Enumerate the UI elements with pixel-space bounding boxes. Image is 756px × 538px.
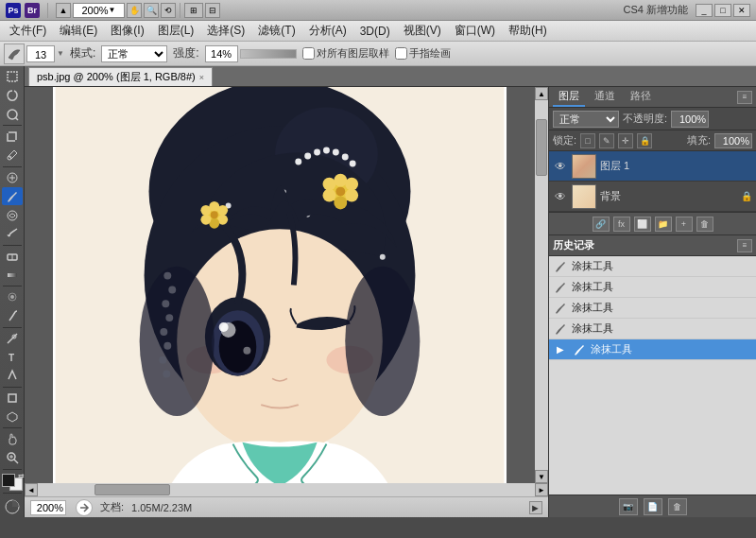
- quick-mask-tool[interactable]: [2, 497, 23, 515]
- ps-icon: Ps: [6, 3, 21, 18]
- cycle-btn[interactable]: ⊟: [205, 3, 220, 18]
- menu-view[interactable]: 视图(V): [398, 21, 447, 41]
- tab-close-btn[interactable]: ×: [199, 73, 204, 82]
- history-snapshot-btn[interactable]: 📷: [619, 498, 638, 515]
- crop-tool[interactable]: [2, 128, 23, 146]
- foreground-color[interactable]: [2, 474, 15, 487]
- mode-select[interactable]: 正常: [101, 45, 167, 62]
- close-btn[interactable]: ✕: [733, 4, 750, 17]
- canvas-tab[interactable]: psb.jpg @ 200% (图层 1, RGB/8#) ×: [28, 67, 213, 86]
- rotate-tool[interactable]: ⟲: [161, 3, 176, 18]
- hand-tool-left[interactable]: [2, 430, 23, 448]
- history-new-doc-btn[interactable]: 📄: [644, 498, 662, 515]
- opacity-input[interactable]: [671, 111, 709, 128]
- lock-transparent-btn[interactable]: □: [580, 133, 595, 148]
- shape-tool[interactable]: [2, 390, 23, 408]
- maximize-btn[interactable]: □: [714, 4, 731, 17]
- eyedropper-tool[interactable]: [2, 147, 23, 165]
- all-layers-checkbox[interactable]: [302, 47, 315, 60]
- add-mask-btn[interactable]: ⬜: [634, 217, 651, 232]
- scroll-h-track[interactable]: [38, 483, 535, 496]
- tab-layers[interactable]: 图层: [553, 87, 585, 107]
- tab-paths[interactable]: 路径: [625, 87, 657, 107]
- menu-help[interactable]: 帮助(H): [503, 21, 553, 41]
- zoom-tool-left[interactable]: [2, 449, 23, 467]
- menu-file[interactable]: 文件(F): [4, 21, 52, 41]
- divider-2: [3, 166, 22, 167]
- finger-paint-checkbox[interactable]: [395, 47, 407, 60]
- zoom-status: [30, 500, 68, 515]
- eraser-tool[interactable]: [2, 248, 23, 266]
- menu-analyze[interactable]: 分析(A): [303, 21, 352, 41]
- blur-tool[interactable]: [2, 288, 23, 306]
- history-item-1[interactable]: 涂抹工具: [549, 277, 756, 298]
- new-layer-btn[interactable]: +: [676, 217, 693, 232]
- brush-tool[interactable]: [2, 187, 23, 205]
- history-item-3[interactable]: 涂抹工具: [549, 319, 756, 339]
- menu-3d[interactable]: 3D(D): [354, 23, 396, 40]
- zoom-input[interactable]: [30, 500, 66, 515]
- history-item-4[interactable]: ▶ 涂抹工具: [549, 339, 756, 360]
- pen-tool[interactable]: [2, 329, 23, 347]
- vertical-scrollbar[interactable]: ▲ ▼: [535, 87, 548, 483]
- strength-slider[interactable]: [240, 49, 297, 59]
- menu-filter[interactable]: 滤镜(T): [252, 21, 301, 41]
- hand-tool[interactable]: ✋: [127, 3, 142, 18]
- zoom-tool[interactable]: 🔍: [144, 3, 159, 18]
- minimize-btn[interactable]: _: [696, 4, 713, 17]
- menu-select[interactable]: 选择(S): [201, 21, 250, 41]
- delete-layer-btn[interactable]: 🗑: [696, 217, 713, 232]
- link-layers-btn[interactable]: 🔗: [593, 217, 610, 232]
- clone-tool[interactable]: [2, 206, 23, 224]
- lock-move-btn[interactable]: ✛: [618, 133, 633, 148]
- status-icon[interactable]: [76, 499, 93, 516]
- canvas-viewport[interactable]: [25, 87, 535, 483]
- grid-view-btn[interactable]: ⊞: [184, 3, 203, 18]
- history-delete-btn[interactable]: 🗑: [668, 498, 687, 515]
- new-group-btn[interactable]: 📁: [655, 217, 672, 232]
- layer-eye-bg[interactable]: 👁: [553, 189, 568, 204]
- nav-tool-btn[interactable]: ▲: [56, 3, 71, 18]
- color-swatch: ⇄: [2, 474, 23, 492]
- lock-all-btn[interactable]: 🔒: [637, 133, 652, 148]
- status-arrow-btn[interactable]: ►: [529, 501, 542, 514]
- menu-window[interactable]: 窗口(W): [449, 21, 501, 41]
- fill-input[interactable]: [714, 133, 752, 148]
- menu-edit[interactable]: 编辑(E): [54, 21, 103, 41]
- blend-mode-select[interactable]: 正常: [553, 111, 619, 128]
- path-select-tool[interactable]: [2, 367, 23, 385]
- scroll-down-btn[interactable]: ▼: [535, 470, 548, 483]
- 3d-tool[interactable]: [2, 408, 23, 425]
- marquee-tool[interactable]: [2, 68, 23, 86]
- menu-image[interactable]: 图像(I): [105, 21, 149, 41]
- dodge-tool[interactable]: [2, 307, 23, 325]
- layers-options-btn[interactable]: ≡: [737, 91, 752, 104]
- brush-preset-btn[interactable]: [4, 43, 25, 64]
- history-item-0[interactable]: 涂抹工具: [549, 256, 756, 277]
- layer-item-bg[interactable]: 👁 背景 🔒: [549, 182, 756, 212]
- history-item-2[interactable]: 涂抹工具: [549, 298, 756, 319]
- lock-paint-btn[interactable]: ✎: [599, 133, 614, 148]
- history-brush-tool[interactable]: [2, 225, 23, 243]
- layer-eye-1[interactable]: 👁: [553, 159, 568, 174]
- menu-layer[interactable]: 图层(L): [152, 21, 200, 41]
- zoom-dropdown[interactable]: 200% ▼: [73, 3, 125, 18]
- heal-tool[interactable]: [2, 169, 23, 187]
- lasso-tool[interactable]: [2, 87, 23, 105]
- title-bar-right: CS4 新增功能 _ □ ✕: [624, 3, 750, 17]
- layer-item-1[interactable]: 👁 图层 1: [549, 151, 756, 182]
- scroll-up-btn[interactable]: ▲: [535, 87, 548, 100]
- size-dropdown-arrow[interactable]: ▼: [57, 49, 64, 58]
- history-options-btn[interactable]: ≡: [737, 239, 752, 252]
- tab-channels[interactable]: 通道: [589, 87, 621, 107]
- scroll-v-thumb[interactable]: [536, 119, 547, 176]
- type-tool[interactable]: T: [2, 348, 23, 366]
- quick-select-tool[interactable]: [2, 106, 23, 124]
- scroll-right-btn[interactable]: ►: [535, 483, 548, 496]
- scroll-h-thumb[interactable]: [94, 484, 170, 495]
- scroll-left-btn[interactable]: ◄: [25, 483, 38, 496]
- gradient-tool[interactable]: [2, 266, 23, 284]
- scroll-v-track[interactable]: [535, 100, 548, 470]
- add-style-btn[interactable]: fx: [613, 217, 630, 232]
- strength-input[interactable]: 14%: [205, 45, 238, 62]
